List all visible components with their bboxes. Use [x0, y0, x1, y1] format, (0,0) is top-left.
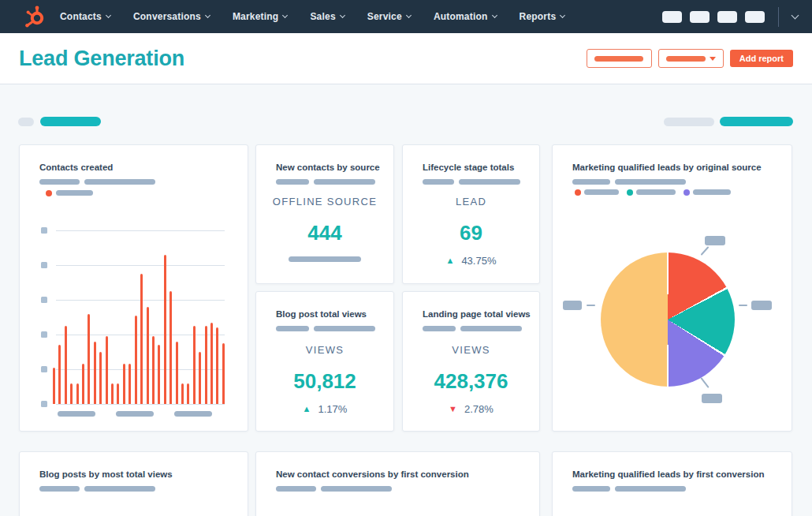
- increase-triangle-icon: ▲: [303, 405, 311, 413]
- active-filter-pill[interactable]: [720, 117, 793, 126]
- delta-row: ▲ 1.17%: [256, 403, 393, 415]
- bar: [117, 383, 119, 404]
- y-axis-tick-placeholder: [41, 227, 47, 234]
- subtitle-placeholder: [84, 179, 155, 185]
- bar: [193, 326, 196, 404]
- pie-connector-line: [701, 246, 710, 256]
- page-header: Lead Generation Add report: [0, 33, 812, 84]
- chevron-down-icon: [340, 13, 345, 18]
- nav-divider: [778, 7, 779, 27]
- bar: [99, 352, 102, 404]
- dashboard-action-button[interactable]: [587, 49, 652, 68]
- lead-generation-dashboard: Contacts Conversations Marketing Sales S…: [0, 0, 812, 516]
- hubspot-logo-icon[interactable]: [22, 5, 49, 28]
- x-axis-label-placeholder: [58, 411, 95, 417]
- metric: VIEWS 50,812 ▲ 1.17%: [256, 344, 393, 415]
- subtitle-placeholder: [39, 179, 80, 185]
- delta-value: 2.78%: [464, 403, 494, 415]
- chevron-down-icon: [282, 13, 288, 18]
- filter-placeholder[interactable]: [664, 118, 714, 126]
- nav-item-sales[interactable]: Sales: [310, 11, 344, 22]
- bar: [94, 342, 96, 404]
- pie-slice-label-placeholder: [702, 394, 722, 403]
- nav-item-contacts[interactable]: Contacts: [60, 11, 110, 22]
- subtitle-placeholder: [423, 179, 454, 185]
- metric-label: LEAD: [403, 196, 539, 208]
- card-title: Landing page total views: [423, 309, 531, 319]
- subtitle-placeholder: [276, 326, 309, 331]
- card-new-contacts-by-source: New contacts by source OFFLINE SOURCE 44…: [255, 144, 394, 284]
- bar: [53, 368, 55, 404]
- bar: [152, 336, 155, 404]
- nav-item-label: Automation: [434, 11, 488, 22]
- card-mql-by-first-conversion: Marketing qualified leads by first conve…: [552, 451, 792, 516]
- y-axis-tick-placeholder: [41, 331, 47, 338]
- card-blog-posts-by-most-total-views: Blog posts by most total views: [19, 451, 248, 516]
- metric-value: 50,812: [256, 369, 393, 394]
- nav-utility-icon-placeholder[interactable]: [690, 11, 710, 23]
- bar: [187, 383, 189, 404]
- add-report-button[interactable]: Add report: [730, 50, 793, 67]
- mql-pie-chart: [601, 252, 735, 387]
- card-title: Blog post total views: [276, 309, 367, 319]
- decrease-triangle-icon: ▼: [449, 405, 457, 413]
- legend-label-placeholder: [56, 190, 93, 196]
- pie-slice-label-placeholder: [705, 236, 725, 245]
- card-title: Contacts created: [39, 163, 113, 172]
- bar: [65, 326, 67, 404]
- delta-value: 43.75%: [461, 255, 496, 267]
- nav-menu: Contacts Conversations Marketing Sales S…: [60, 11, 564, 22]
- button-label-placeholder: [666, 56, 706, 62]
- bar: [199, 352, 201, 404]
- pie-connector-line: [587, 305, 595, 306]
- x-axis-label-placeholder: [174, 411, 212, 417]
- dashboard-dropdown-button[interactable]: [658, 49, 724, 68]
- bar: [210, 323, 213, 404]
- card-title: Marketing qualified leads by original so…: [572, 163, 762, 172]
- metric-value: 428,376: [403, 369, 539, 394]
- legend-dot-icon: [627, 189, 633, 196]
- nav-item-service[interactable]: Service: [367, 11, 411, 22]
- nav-item-label: Service: [367, 11, 402, 22]
- top-navigation-bar: Contacts Conversations Marketing Sales S…: [0, 0, 812, 33]
- legend-dot-icon: [46, 190, 52, 196]
- nav-utility-icon-placeholder[interactable]: [717, 11, 737, 23]
- bar: [147, 307, 149, 404]
- nav-utility-icon-placeholder[interactable]: [745, 11, 765, 23]
- header-actions: Add report: [587, 49, 793, 68]
- account-chevron-down-icon[interactable]: [792, 11, 799, 19]
- card-lifecycle-stage-totals: Lifecycle stage totals LEAD 69 ▲ 43.75%: [402, 144, 540, 284]
- y-axis-tick-placeholder: [41, 262, 47, 268]
- legend-label-placeholder: [636, 189, 676, 195]
- card-title: New contact conversions by first convers…: [276, 469, 469, 479]
- nav-item-reports[interactable]: Reports: [520, 11, 565, 22]
- bar: [164, 255, 166, 404]
- subtitle-placeholder: [459, 179, 520, 185]
- y-axis-tick-placeholder: [41, 366, 47, 372]
- dropdown-caret-icon: [710, 57, 716, 61]
- metric-label: VIEWS: [256, 344, 393, 356]
- nav-item-label: Marketing: [233, 11, 278, 22]
- filter-placeholder[interactable]: [18, 118, 34, 126]
- nav-item-label: Contacts: [60, 11, 102, 22]
- bar: [169, 291, 172, 404]
- nav-item-conversations[interactable]: Conversations: [133, 11, 210, 22]
- y-axis-tick-placeholder: [41, 401, 47, 407]
- metric-label: OFFLINE SOURCE: [256, 196, 393, 208]
- bar: [111, 383, 114, 404]
- active-filter-pill[interactable]: [40, 117, 101, 126]
- card-title: Lifecycle stage totals: [423, 163, 514, 172]
- bar: [158, 345, 160, 404]
- nav-item-marketing[interactable]: Marketing: [233, 11, 287, 22]
- bar: [181, 383, 184, 404]
- subtitle-placeholder: [314, 179, 375, 185]
- subtitle-placeholder: [460, 326, 522, 331]
- filter-group-right: [664, 117, 793, 126]
- bar: [88, 314, 90, 404]
- nav-item-automation[interactable]: Automation: [434, 11, 497, 22]
- delta-value: 1.17%: [318, 403, 348, 415]
- card-landing-page-total-views: Landing page total views VIEWS 428,376 ▼…: [402, 291, 540, 432]
- bar: [106, 336, 108, 404]
- bar: [76, 383, 79, 404]
- nav-utility-icon-placeholder[interactable]: [662, 11, 682, 23]
